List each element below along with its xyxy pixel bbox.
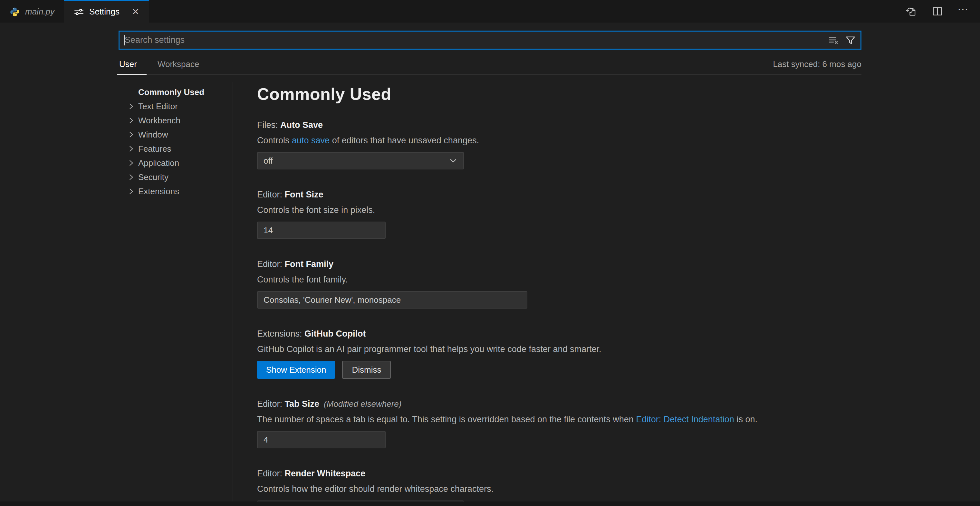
search-actions bbox=[828, 35, 861, 46]
setting-editor-font-size: Editor: Font SizeControls the font size … bbox=[257, 189, 861, 239]
close-tab-icon[interactable]: ✕ bbox=[132, 7, 139, 16]
toc-item-label: Workbench bbox=[138, 116, 180, 126]
filter-settings-icon[interactable] bbox=[845, 35, 856, 46]
setting-name: Tab Size bbox=[285, 399, 320, 409]
chevron-right-icon[interactable] bbox=[127, 159, 135, 167]
chevron-down-icon bbox=[449, 156, 463, 165]
setting-description: Controls auto save of editors that have … bbox=[257, 135, 861, 146]
setting-category: Editor: bbox=[257, 469, 285, 478]
setting-title: Editor: Font Family bbox=[257, 258, 861, 270]
last-synced-status: Last synced: 6 mos ago bbox=[773, 59, 861, 69]
setting-value-input[interactable] bbox=[257, 431, 386, 448]
setting-title: Editor: Font Size bbox=[257, 189, 861, 200]
toc-item-label: Window bbox=[138, 130, 168, 140]
chevron-right-icon[interactable] bbox=[127, 187, 135, 196]
setting-buttons: Show ExtensionDismiss bbox=[257, 361, 861, 379]
toc-item-label: Commonly Used bbox=[138, 87, 204, 97]
setting-title: Extensions: GitHub Copilot bbox=[257, 328, 861, 339]
toc-item-features[interactable]: Features bbox=[119, 142, 232, 156]
toc-item-label: Security bbox=[138, 172, 169, 182]
settings-content: Commonly UsedText EditorWorkbenchWindowF… bbox=[119, 82, 861, 502]
chevron-right-icon[interactable] bbox=[127, 145, 135, 153]
text-cursor bbox=[124, 35, 125, 45]
chevron-right-icon[interactable] bbox=[127, 173, 135, 181]
toc-divider[interactable] bbox=[232, 82, 233, 502]
open-settings-json-icon[interactable] bbox=[905, 5, 918, 18]
toc-item-extensions[interactable]: Extensions bbox=[119, 184, 232, 199]
python-icon bbox=[10, 7, 20, 17]
toc-item-commonly-used[interactable]: Commonly Used bbox=[119, 85, 232, 99]
setting-name: Font Family bbox=[285, 259, 334, 269]
settings-list: Commonly Used Files: Auto SaveControls a… bbox=[257, 82, 861, 506]
setting-description: Controls the font size in pixels. bbox=[257, 204, 861, 216]
description-text: GitHub Copilot is an AI pair programmer … bbox=[257, 344, 601, 354]
chevron-right-icon[interactable] bbox=[127, 102, 135, 110]
toc-item-window[interactable]: Window bbox=[119, 127, 232, 142]
setting-category: Editor: bbox=[257, 399, 285, 409]
setting-category: Editor: bbox=[257, 259, 285, 269]
scope-tab-label: User bbox=[119, 59, 137, 69]
setting-link[interactable]: Editor: Detect Indentation bbox=[636, 415, 734, 424]
setting-title: Files: Auto Save bbox=[257, 119, 861, 131]
toc-item-text-editor[interactable]: Text Editor bbox=[119, 99, 232, 113]
description-text: is on. bbox=[734, 415, 757, 424]
setting-description: Controls the font family. bbox=[257, 274, 861, 285]
description-text: The number of spaces a tab is equal to. … bbox=[257, 415, 636, 424]
scope-tab-label: Workspace bbox=[158, 59, 199, 69]
chevron-right-icon[interactable] bbox=[127, 130, 135, 139]
toc-item-label: Application bbox=[138, 158, 179, 168]
toc-item-label: Extensions bbox=[138, 186, 179, 196]
setting-editor-render-whitespace: Editor: Render WhitespaceControls how th… bbox=[257, 468, 861, 506]
scope-tab-workspace[interactable]: Workspace bbox=[157, 54, 200, 74]
setting-category: Editor: bbox=[257, 190, 285, 199]
page-title: Commonly Used bbox=[257, 84, 861, 104]
setting-link[interactable]: auto save bbox=[292, 135, 329, 145]
tab-settings[interactable]: Settings ✕ bbox=[64, 0, 149, 22]
vscode-window: { "window": { "tabs": [ { "label": "main… bbox=[0, 0, 980, 506]
setting-value-input[interactable] bbox=[257, 221, 386, 239]
clear-search-results-icon[interactable] bbox=[828, 35, 839, 46]
setting-editor-tab-size: Editor: Tab Size(Modified elsewhere)The … bbox=[257, 398, 861, 448]
setting-description: Controls how the editor should render wh… bbox=[257, 483, 861, 495]
settings-toc: Commonly UsedText EditorWorkbenchWindowF… bbox=[119, 85, 232, 199]
settings-sliders-icon bbox=[74, 7, 84, 17]
setting-title: Editor: Render Whitespace bbox=[257, 468, 861, 479]
settings-search-box bbox=[119, 30, 861, 49]
toc-item-workbench[interactable]: Workbench bbox=[119, 113, 232, 127]
setting-description: The number of spaces a tab is equal to. … bbox=[257, 414, 861, 425]
description-text: Controls bbox=[257, 135, 292, 145]
toc-item-application[interactable]: Application bbox=[119, 156, 232, 170]
setting-editor-font-family: Editor: Font FamilyControls the font fam… bbox=[257, 258, 861, 309]
toc-item-label: Text Editor bbox=[138, 102, 178, 111]
setting-modified-note: (Modified elsewhere) bbox=[324, 399, 401, 409]
description-text: Controls the font family. bbox=[257, 275, 348, 285]
more-actions-icon[interactable]: ⋯ bbox=[958, 6, 969, 16]
show-extension-button[interactable]: Show Extension bbox=[257, 361, 335, 379]
tab-label: main.py bbox=[25, 7, 54, 17]
search-input[interactable] bbox=[119, 32, 828, 49]
setting-description: GitHub Copilot is an AI pair programmer … bbox=[257, 343, 861, 355]
setting-name: GitHub Copilot bbox=[304, 329, 366, 339]
tab-main-py[interactable]: main.py bbox=[0, 0, 64, 22]
toc-item-label: Features bbox=[138, 144, 172, 154]
setting-files-auto-save: Files: Auto SaveControls auto save of ed… bbox=[257, 119, 861, 169]
setting-name: Auto Save bbox=[280, 120, 323, 130]
setting-name: Font Size bbox=[285, 190, 323, 199]
description-text: of editors that have unsaved changes. bbox=[329, 135, 479, 145]
split-editor-icon[interactable] bbox=[932, 5, 943, 17]
chevron-right-icon[interactable] bbox=[127, 116, 135, 125]
setting-title: Editor: Tab Size(Modified elsewhere) bbox=[257, 398, 861, 410]
setting-value-input[interactable] bbox=[257, 291, 527, 309]
settings-editor: User Workspace Last synced: 6 mos ago Co… bbox=[0, 22, 980, 506]
description-text: Controls the font size in pixels. bbox=[257, 205, 375, 215]
dropdown-value: off bbox=[258, 156, 449, 166]
toc-item-security[interactable]: Security bbox=[119, 170, 232, 184]
setting-category: Files: bbox=[257, 120, 280, 130]
setting-extensions-github-copilot: Extensions: GitHub CopilotGitHub Copilot… bbox=[257, 328, 861, 379]
editor-bottom-edge bbox=[0, 501, 980, 506]
scope-tab-user[interactable]: User bbox=[119, 54, 138, 74]
setting-category: Extensions: bbox=[257, 329, 304, 339]
setting-dropdown[interactable]: off bbox=[257, 152, 464, 169]
dismiss-button[interactable]: Dismiss bbox=[342, 361, 391, 379]
description-text: Controls how the editor should render wh… bbox=[257, 484, 493, 494]
